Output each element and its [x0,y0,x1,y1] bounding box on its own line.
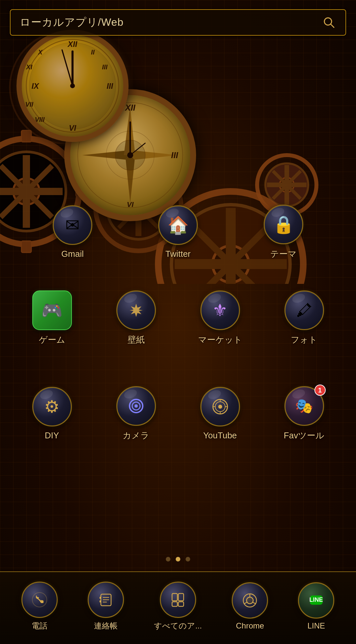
gmail-icon: ✉ [53,205,92,245]
theme-icon: 🔒 [264,205,303,244]
game-icon-wrap: 🎮 [32,290,72,330]
svg-point-87 [247,597,253,604]
svg-text:VII: VII [25,101,33,108]
svg-text:X: X [38,49,43,56]
search-bar[interactable]: ローカルアプリ/Web [10,9,346,36]
fav-label: Favツール [284,430,324,441]
svg-text:III: III [106,82,113,90]
svg-rect-82 [172,593,177,601]
app-game[interactable]: 🎮 ゲーム [21,290,83,346]
dock-allapps[interactable]: すべてのア... [154,582,202,631]
app-row-2: 🎮 ゲーム 壁紙 ⚜ マーケット 🖍 フォト [0,290,356,346]
market-label: マーケット [198,334,242,346]
wallpaper-label: 壁紙 [128,334,145,346]
svg-line-90 [252,602,255,604]
app-row-3: ⚙ DIY カメラ [0,386,356,441]
app-fav[interactable]: 🎭 1 Favツール [273,386,336,441]
svg-point-62 [127,152,133,158]
svg-point-48 [70,84,75,88]
game-icon: 🎮 [32,290,72,330]
wallpaper-icon [116,290,156,330]
contacts-icon [88,582,124,618]
svg-point-70 [218,405,222,409]
line-icon: LINE [298,582,334,619]
svg-text:IX: IX [32,82,40,90]
allapps-label: すべてのア... [154,621,202,631]
svg-text:III: III [102,63,108,71]
svg-line-89 [244,602,247,604]
svg-line-64 [331,24,334,27]
theme-label: テーマ [270,248,297,260]
youtube-icon [200,387,240,426]
app-camera[interactable]: カメラ [105,386,167,441]
svg-text:LINE: LINE [309,596,323,603]
app-gmail[interactable]: ✉ Gmail [41,205,104,259]
wallpaper-icon-wrap [116,290,156,330]
search-text: ローカルアプリ/Web [20,15,322,30]
diy-label: DIY [45,430,59,441]
diy-icon-wrap: ⚙ [32,387,72,426]
photo-icon: 🖍 [284,290,324,330]
svg-text:XI: XI [26,63,32,71]
app-market[interactable]: ⚜ マーケット [189,290,252,346]
contacts-label: 連絡帳 [94,621,118,631]
market-icon: ⚜ [200,290,240,330]
dock-line[interactable]: LINE LINE [298,582,334,630]
app-wallpaper[interactable]: 壁紙 [105,290,167,346]
camera-label: カメラ [123,430,149,441]
dock-contacts[interactable]: 連絡帳 [88,582,124,631]
fav-icon-wrap: 🎭 1 [284,386,324,426]
market-icon-wrap: ⚜ [200,290,240,330]
page-dot-1[interactable] [166,557,170,561]
gmail-label: Gmail [61,249,84,259]
svg-text:II: II [91,49,95,56]
dock: 電話 連絡帳 すべてのア... [0,571,356,644]
svg-text:XII: XII [124,103,135,112]
svg-point-67 [134,404,138,408]
chrome-icon [232,582,268,619]
line-label: LINE [308,621,325,630]
camera-icon [116,386,156,426]
app-theme[interactable]: 🔒 テーマ [252,205,315,260]
youtube-icon-wrap [200,387,240,426]
svg-rect-80 [100,597,101,599]
photo-icon-wrap: 🖍 [284,290,324,330]
app-row-1: ✉ Gmail 🏠 Twitter 🔒 テーマ [0,205,356,260]
svg-text:III: III [171,151,178,160]
gmail-icon-wrap: ✉ [53,205,92,245]
twitter-icon: 🏠 [158,205,198,245]
twitter-label: Twitter [165,249,191,259]
phone-label: 電話 [32,621,47,631]
fav-badge: 1 [314,385,326,396]
photo-label: フォト [291,334,317,346]
game-label: ゲーム [39,334,65,346]
svg-rect-83 [178,593,184,601]
theme-icon-wrap: 🔒 [264,205,303,244]
svg-text:XII: XII [67,40,77,49]
chrome-label: Chrome [236,621,264,630]
twitter-icon-wrap: 🏠 [158,205,198,245]
svg-rect-84 [172,602,177,606]
phone-icon [21,582,58,618]
page-dot-2[interactable] [176,557,180,561]
app-diy[interactable]: ⚙ DIY [21,387,83,441]
diy-icon: ⚙ [32,387,72,426]
youtube-label: YouTube [203,430,237,441]
main-clock: XII III VI IX II III X XI VII VIII [16,30,129,142]
app-photo[interactable]: 🖍 フォト [273,290,336,346]
svg-rect-81 [100,600,101,602]
allapps-icon [160,582,196,618]
svg-rect-85 [178,602,184,606]
svg-text:VIII: VIII [35,116,44,123]
camera-icon-wrap [116,386,156,426]
app-twitter[interactable]: 🏠 Twitter [147,205,209,259]
search-icon[interactable] [322,15,336,30]
dock-phone[interactable]: 電話 [21,582,58,631]
app-youtube[interactable]: YouTube [189,387,252,441]
svg-text:VI: VI [69,124,76,132]
page-dot-3[interactable] [186,557,190,561]
page-indicator [0,557,356,561]
dock-chrome[interactable]: Chrome [232,582,268,630]
